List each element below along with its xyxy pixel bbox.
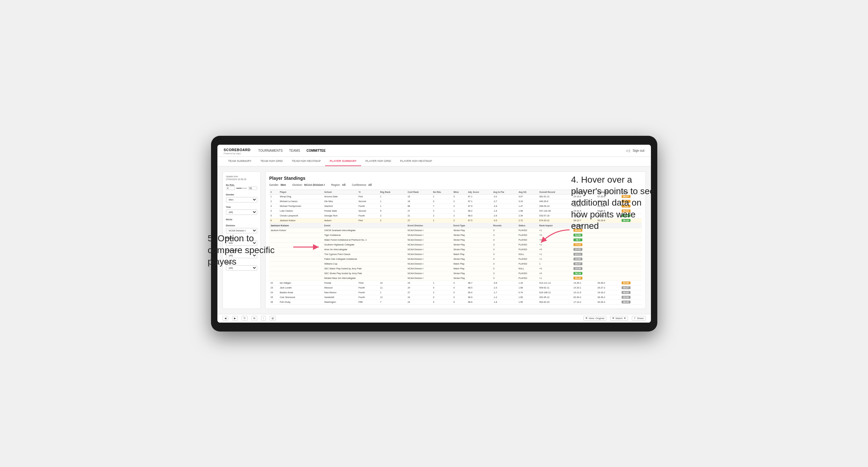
forward-btn[interactable]: ▶: [232, 316, 238, 321]
nav-tournaments[interactable]: TOURNAMENTS: [258, 148, 283, 154]
col-adj-score: Adj. Score: [467, 190, 492, 194]
year-filter: Year (All): [226, 206, 257, 215]
nav-committee[interactable]: COMMITTEE: [306, 148, 326, 154]
share-btn[interactable]: ⇧ Share: [632, 316, 646, 321]
arrow-left: [290, 238, 328, 257]
sub-nav-team-h2h-grid[interactable]: TEAM H2H GRID: [256, 157, 287, 166]
division-filter-display: Division: NCAA Division I: [292, 183, 325, 186]
update-time: Update time: 27/03/2024 16:56:26: [226, 175, 257, 181]
rds-max-input[interactable]: [248, 186, 257, 190]
chevron-down-icon: ▼: [623, 317, 626, 320]
sub-nav-player-h2h-grid[interactable]: PLAYER H2H GRID: [361, 157, 396, 166]
share-icon: ⇧: [634, 317, 636, 320]
sub-nav-player-summary[interactable]: PLAYER SUMMARY: [325, 157, 361, 166]
table-row: 26 Petr Hruby Washington Fifth 7 23 0 0 …: [269, 300, 642, 305]
event-row: Tiger Invitational NCAA Division I Strok…: [269, 233, 642, 238]
event-row: Fallen Oak Collegiate Invitational NCAA …: [269, 257, 642, 261]
logo-sub: Powered by clipd: [224, 152, 251, 155]
table-row: 23 Jack Lundin Missouri Fourth 11 24 0 0…: [269, 285, 642, 290]
share-label: Share: [637, 317, 644, 320]
gender-filter-display: Gender: Men: [269, 183, 286, 186]
view-btn[interactable]: 👁 View: Original: [583, 316, 606, 321]
sub-nav-team-summary[interactable]: TEAM SUMMARY: [224, 157, 256, 166]
nav-teams[interactable]: TEAMS: [289, 148, 300, 154]
col-conf-rank: Conf Rank: [406, 190, 432, 194]
division-filter: Division NCAA Division I: [226, 224, 257, 234]
logo-area: SCOREBOARD Powered by clipd: [224, 147, 251, 155]
no-rds-filter: No Rds.: [226, 184, 257, 190]
table-row: 24 Bastien Amat New Mexico Fourth 1 27 2…: [269, 290, 642, 295]
col-yr: Yr: [357, 190, 379, 194]
points-badge[interactable]: 38.49: [622, 301, 630, 304]
points-badge[interactable]: 40.02: [622, 291, 630, 294]
niche-filter: Niche: [226, 218, 257, 221]
top-nav-right: ◁ | Sign out: [626, 149, 644, 152]
watch-btn[interactable]: 👁 Watch ▼: [610, 316, 628, 321]
col-player: Player: [279, 190, 323, 194]
clock-btn[interactable]: ◍: [270, 316, 276, 321]
col-to-par: Avg to Par: [492, 190, 517, 194]
sub-nav-team-h2h-heatmap[interactable]: TEAM H2H HEATMAP: [287, 157, 325, 166]
no-rds-label: No Rds.: [226, 184, 235, 186]
logo-text: SCOREBOARD: [224, 148, 251, 152]
rds-min-input[interactable]: [226, 186, 235, 190]
back-btn[interactable]: ◀: [222, 316, 228, 321]
view-label: View: Original: [589, 317, 604, 320]
top-nav: SCOREBOARD Powered by clipd TOURNAMENTS …: [217, 145, 651, 157]
niche-label: Niche: [226, 218, 257, 221]
annotation-right: 4. Hover over a player's points to see a…: [571, 174, 660, 232]
separator: ◁ |: [626, 149, 630, 152]
event-row: SEC Match Play hosted by Jerry Pate NCAA…: [269, 266, 642, 271]
points-badge[interactable]: 40.27: [622, 286, 630, 289]
col-overall-record: Overall Record: [538, 190, 572, 194]
sign-out-link[interactable]: Sign out: [633, 149, 645, 152]
sub-nav-player-h2h-heatmap[interactable]: PLAYER H2H HEATMAP: [396, 157, 437, 166]
points-badge[interactable]: 80.58: [622, 281, 630, 284]
watch-label: Watch: [616, 317, 623, 320]
gender-filter: Gender Men: [226, 193, 257, 203]
watch-icon: 👁: [612, 317, 615, 320]
gender-select[interactable]: Men: [226, 197, 257, 203]
table-row: 22 Ian Gilligan Florida Third 10 24 1 0 …: [269, 281, 642, 285]
top-nav-links: TOURNAMENTS TEAMS COMMITTEE: [258, 148, 626, 154]
grid-btn[interactable]: ⁝: [261, 316, 266, 321]
event-row: SEC Stroke Play hosted by Jerry Pate NCA…: [269, 271, 642, 276]
rds-slider[interactable]: [236, 188, 247, 189]
event-row: Mirabel Maui Jim Intercollegiate NCAA Di…: [269, 276, 642, 281]
col-no-rds: No Rds.: [432, 190, 452, 194]
col-wins: Wins: [452, 190, 467, 194]
division-label: Division: [226, 224, 257, 227]
points-badge[interactable]: 39.95: [622, 296, 630, 299]
table-row: 25 Cole Sherwood Vanderbilt Fourth 12 24…: [269, 295, 642, 300]
view-icon: 👁: [585, 317, 588, 320]
conference-filter-display: Conference: All: [352, 183, 372, 186]
event-row: Williams Cup NCAA Division I Match Play …: [269, 261, 642, 266]
col-school: School: [323, 190, 357, 194]
sub-nav: TEAM SUMMARY TEAM H2H GRID TEAM H2H HEAT…: [217, 157, 651, 166]
year-select[interactable]: (All): [226, 210, 257, 215]
col-num: #: [269, 190, 279, 194]
year-label: Year: [226, 206, 257, 209]
copy-btn[interactable]: ⧉: [251, 316, 257, 321]
gender-label: Gender: [226, 193, 257, 196]
col-avg-sg: Avg SG: [517, 190, 538, 194]
col-reg-rank: Reg Rank: [379, 190, 406, 194]
refresh-btn[interactable]: ↻: [242, 316, 248, 321]
arrow-right: [534, 227, 573, 252]
bottom-toolbar: ◀ ▶ ↻ ⧉ ⁝ ◍ 👁 View: Original 👁 Watch ▼ ⇧: [217, 314, 651, 322]
region-filter-display: Region: All: [331, 183, 345, 186]
annotation-left: 5. Option to compare specific players: [208, 233, 291, 268]
